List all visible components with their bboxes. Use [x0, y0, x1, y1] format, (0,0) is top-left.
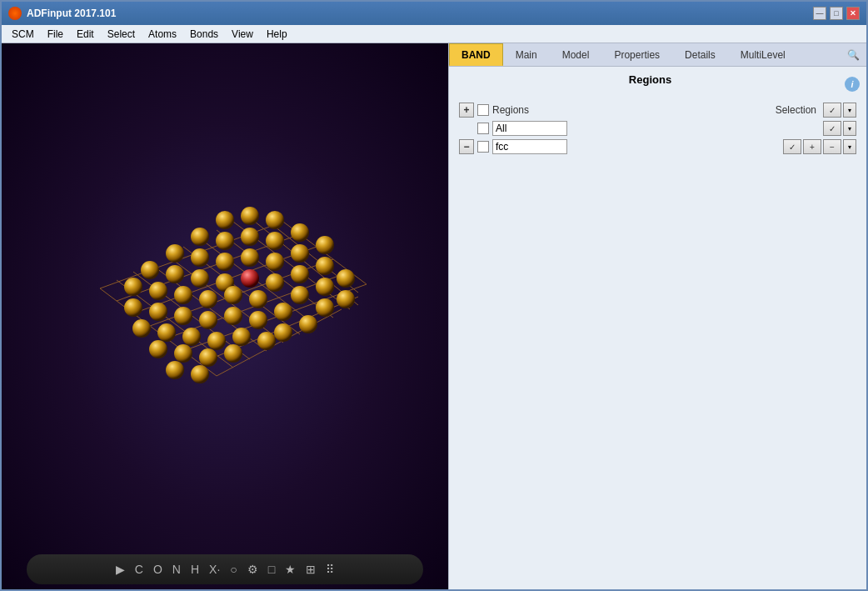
svg-point-72: [224, 344, 242, 363]
svg-point-65: [182, 328, 201, 346]
region-row-fcc: − ✓ + − ▾: [456, 138, 860, 156]
svg-point-73: [166, 361, 184, 379]
svg-point-33: [191, 248, 209, 267]
svg-point-52: [224, 286, 242, 304]
selection-group-all: ✓ ▾: [823, 121, 856, 136]
menu-select[interactable]: Select: [101, 27, 142, 42]
svg-point-38: [316, 278, 334, 296]
square-icon[interactable]: □: [268, 563, 275, 576]
selection-check-btn[interactable]: ✓: [823, 103, 841, 118]
star-icon[interactable]: ★: [285, 563, 296, 576]
tab-multilevel[interactable]: MultiLevel: [728, 43, 798, 66]
atom-lattice: [50, 122, 400, 472]
add-region-button[interactable]: +: [459, 103, 474, 118]
dots-icon[interactable]: ⠿: [326, 563, 334, 576]
main-content: ▶ C O N H X· ○ ⚙ □ ★ ⊞ ⠿ BAND Main Model…: [2, 43, 866, 589]
region-checkbox-fcc[interactable]: [477, 141, 489, 153]
sel-plus-fcc[interactable]: +: [803, 139, 821, 154]
x-icon[interactable]: X·: [209, 563, 220, 576]
menu-scm[interactable]: SCM: [5, 27, 41, 42]
svg-point-29: [291, 244, 309, 263]
svg-point-45: [266, 273, 284, 292]
menu-edit[interactable]: Edit: [70, 27, 101, 42]
menu-help[interactable]: Help: [260, 27, 294, 42]
sel-check-fcc[interactable]: ✓: [783, 139, 801, 154]
svg-point-58: [174, 307, 192, 325]
panel-content: Regions i + Regions Selection ✓ ▾: [449, 67, 866, 589]
svg-point-31: [337, 269, 355, 288]
view-panel: ▶ C O N H X· ○ ⚙ □ ★ ⊞ ⠿: [2, 43, 448, 589]
remove-region-button-fcc[interactable]: −: [459, 139, 474, 154]
menu-atoms[interactable]: Atoms: [142, 27, 183, 42]
title-buttons: — □ ✕: [813, 7, 860, 20]
tabs-bar: BAND Main Model Properties Details Multi…: [449, 43, 866, 67]
panel-top-row: Regions i: [456, 73, 860, 94]
viewport[interactable]: [2, 43, 448, 549]
tab-main[interactable]: Main: [503, 43, 550, 66]
app-window: ADFinput 2017.101 — □ ✕ SCM File Edit Se…: [0, 0, 868, 591]
sel-minus-fcc[interactable]: −: [823, 139, 841, 154]
title-bar-left: ADFinput 2017.101: [8, 7, 116, 20]
selection-label: Selection: [776, 104, 816, 116]
svg-point-25: [191, 228, 209, 246]
svg-point-53: [249, 290, 267, 308]
tab-properties[interactable]: Properties: [601, 43, 672, 66]
svg-point-46: [291, 286, 309, 304]
region-name-input-fcc[interactable]: [492, 139, 567, 154]
regions-header-row: + Regions Selection ✓ ▾: [456, 101, 860, 119]
menu-bonds[interactable]: Bonds: [183, 27, 225, 42]
n-icon[interactable]: N: [172, 563, 181, 576]
svg-point-39: [337, 290, 355, 308]
svg-point-71: [199, 348, 217, 367]
svg-point-63: [132, 319, 151, 338]
svg-point-62: [274, 323, 292, 342]
c-icon[interactable]: C: [135, 563, 143, 576]
o-icon[interactable]: O: [153, 563, 162, 576]
svg-point-68: [257, 332, 276, 350]
svg-point-55: [299, 315, 317, 333]
region-checkbox-all[interactable]: [477, 123, 489, 134]
svg-point-66: [207, 332, 226, 350]
svg-point-60: [224, 307, 242, 325]
svg-point-48: [124, 278, 142, 296]
grid-icon[interactable]: ⊞: [306, 563, 316, 576]
sel-check-all[interactable]: ✓: [823, 121, 841, 136]
menu-file[interactable]: File: [41, 27, 70, 42]
tab-model[interactable]: Model: [550, 43, 602, 66]
svg-point-67: [232, 328, 251, 346]
svg-point-70: [174, 344, 192, 363]
minimize-button[interactable]: —: [813, 7, 826, 20]
svg-point-74: [191, 365, 209, 383]
right-panel: BAND Main Model Properties Details Multi…: [448, 43, 866, 589]
region-name-input-all[interactable]: [492, 121, 567, 136]
svg-point-51: [199, 290, 217, 308]
play-icon[interactable]: ▶: [116, 563, 125, 576]
svg-point-50: [174, 286, 192, 304]
settings-icon[interactable]: ⚙: [247, 563, 258, 576]
svg-point-64: [157, 323, 176, 342]
svg-point-26: [216, 232, 234, 250]
regions-area: + Regions Selection ✓ ▾: [456, 101, 860, 156]
svg-point-37: [291, 265, 309, 283]
h-icon[interactable]: H: [191, 563, 199, 576]
close-button[interactable]: ✕: [846, 7, 860, 20]
selection-header-group: ✓ ▾: [823, 103, 856, 118]
selection-dropdown-btn[interactable]: ▾: [843, 103, 856, 118]
window-title: ADFinput 2017.101: [27, 8, 116, 19]
header-checkbox: [477, 104, 489, 116]
svg-point-36: [266, 253, 284, 271]
info-icon[interactable]: i: [845, 77, 860, 92]
sel-dropdown-fcc[interactable]: ▾: [843, 139, 856, 154]
tab-band[interactable]: BAND: [449, 43, 503, 66]
svg-point-44: [241, 269, 259, 288]
sel-dropdown-all[interactable]: ▾: [843, 121, 856, 136]
regions-header-label: Regions: [492, 104, 772, 116]
tab-details[interactable]: Details: [672, 43, 728, 66]
menu-view[interactable]: View: [225, 27, 260, 42]
search-button[interactable]: 🔍: [841, 43, 866, 66]
svg-point-28: [266, 232, 284, 250]
circle-icon[interactable]: ○: [230, 563, 237, 576]
svg-point-41: [166, 265, 184, 283]
maximize-button[interactable]: □: [830, 7, 843, 20]
view-toolbar: ▶ C O N H X· ○ ⚙ □ ★ ⊞ ⠿: [27, 554, 423, 584]
